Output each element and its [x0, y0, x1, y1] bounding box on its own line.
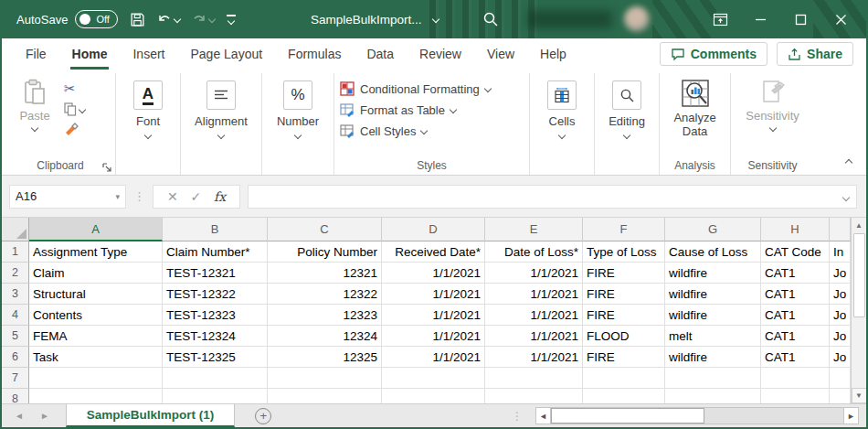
alignment-collapsed-button[interactable]: Alignment [186, 75, 256, 138]
analyze-data-button[interactable]: Analyze Data [666, 75, 725, 158]
cell[interactable]: 1/1/2021 [382, 305, 485, 326]
column-header-G[interactable]: G [665, 218, 761, 241]
cell[interactable]: FLOOD [583, 326, 665, 347]
cell[interactable]: FIRE [583, 263, 665, 284]
number-collapsed-button[interactable]: % Number [268, 75, 328, 138]
column-header-F[interactable]: F [583, 218, 665, 241]
cell[interactable]: 12325 [268, 347, 382, 368]
user-avatar[interactable] [624, 6, 650, 32]
expand-formula-bar-icon[interactable] [843, 189, 849, 203]
vertical-scroll-thumb[interactable] [853, 233, 865, 317]
cell[interactable] [761, 389, 830, 403]
row-header-5[interactable]: 5 [2, 326, 29, 347]
cell[interactable] [29, 368, 163, 389]
sheet-nav-left-icon[interactable]: ◄ [15, 411, 24, 421]
cell[interactable]: Jo [830, 305, 851, 326]
column-header-H[interactable]: H [761, 218, 830, 241]
cell[interactable]: Jo [830, 347, 851, 368]
document-title[interactable]: SampleBulkImport... [311, 0, 439, 38]
cell[interactable]: CAT1 [761, 305, 830, 326]
maximize-button[interactable] [780, 0, 820, 38]
cell[interactable] [830, 368, 851, 389]
select-all-corner[interactable] [2, 218, 29, 241]
scroll-down-icon[interactable]: ▼ [852, 388, 867, 403]
cell[interactable]: Jo [830, 326, 851, 347]
cell[interactable]: wildfire [665, 263, 761, 284]
cell[interactable]: Contents [29, 305, 163, 326]
cell[interactable]: 12324 [268, 326, 382, 347]
cell[interactable]: wildfire [665, 284, 761, 305]
cell[interactable]: 1/1/2021 [485, 305, 583, 326]
cell[interactable]: 12323 [268, 305, 382, 326]
cell[interactable] [268, 368, 382, 389]
column-header-B[interactable]: B [163, 218, 268, 241]
row-header-6[interactable]: 6 [2, 347, 29, 368]
minimize-button[interactable] [740, 0, 780, 38]
copy-button[interactable] [64, 102, 85, 116]
search-icon[interactable] [482, 11, 499, 27]
cell[interactable]: 1/1/2021 [485, 284, 583, 305]
row-header-3[interactable]: 3 [2, 284, 29, 305]
tab-review[interactable]: Review [407, 38, 474, 70]
quick-access-toolbar-more-icon[interactable] [227, 15, 236, 23]
horizontal-scrollbar[interactable] [551, 407, 843, 424]
cell[interactable]: wildfire [665, 305, 761, 326]
tab-home[interactable]: Home [59, 38, 121, 70]
name-box[interactable]: A16 ▾ [9, 185, 126, 209]
row-header-1[interactable]: 1 [2, 241, 29, 263]
name-box-dropdown-icon[interactable]: ▾ [115, 192, 120, 201]
cell[interactable] [583, 368, 665, 389]
ribbon-display-options-icon[interactable] [700, 0, 740, 38]
cell[interactable]: FIRE [583, 347, 665, 368]
cell[interactable]: CAT1 [761, 326, 830, 347]
cell[interactable]: FIRE [583, 284, 665, 305]
insert-function-icon[interactable]: fx [214, 189, 226, 204]
cell[interactable]: Claim [29, 263, 163, 284]
cell[interactable]: Type of Loss [583, 241, 665, 263]
cell[interactable]: Structural [29, 284, 163, 305]
cell[interactable]: Date of Loss* [485, 241, 583, 263]
cell[interactable]: TEST-12325 [163, 347, 268, 368]
hscroll-left-icon[interactable]: ◄ [535, 407, 551, 424]
cell[interactable]: 1/1/2021 [382, 284, 485, 305]
cell[interactable]: CAT1 [761, 263, 830, 284]
cell[interactable] [761, 368, 830, 389]
save-icon[interactable] [130, 12, 145, 27]
column-header-D[interactable]: D [382, 218, 485, 241]
enter-icon[interactable]: ✓ [190, 189, 201, 204]
cell[interactable] [485, 389, 583, 403]
paste-button[interactable]: Paste [11, 75, 58, 158]
comments-button[interactable]: Comments [660, 42, 767, 66]
cell[interactable]: CAT Code [761, 241, 830, 263]
cell[interactable]: Claim Number* [163, 241, 268, 263]
tab-insert[interactable]: Insert [120, 38, 177, 70]
cell[interactable] [583, 389, 665, 403]
redo-button[interactable] [192, 13, 215, 26]
cell[interactable]: 1/1/2021 [485, 347, 583, 368]
column-header-C[interactable]: C [268, 218, 382, 241]
cell[interactable]: 1/1/2021 [485, 263, 583, 284]
tab-help[interactable]: Help [527, 38, 579, 70]
cell[interactable] [382, 368, 485, 389]
tab-splitter-dots-icon[interactable]: ⋮ [512, 410, 523, 423]
cell[interactable]: TEST-12322 [163, 284, 268, 305]
cancel-icon[interactable]: ✕ [167, 189, 178, 204]
column-header-partial[interactable] [830, 218, 851, 241]
cell[interactable]: Assignment Type [29, 241, 163, 263]
row-header-7[interactable]: 7 [2, 368, 29, 389]
close-button[interactable] [820, 0, 861, 38]
tab-data[interactable]: Data [354, 38, 407, 70]
cell[interactable] [665, 389, 761, 403]
sheet-tab-active[interactable]: SampleBulkImport (1) [66, 404, 236, 427]
sensitivity-button[interactable]: Sensitivity [737, 75, 809, 158]
cell[interactable]: 1/1/2021 [382, 263, 485, 284]
cell[interactable] [163, 368, 268, 389]
row-header-8[interactable]: 8 [2, 389, 29, 403]
undo-button[interactable] [157, 13, 180, 26]
formula-input[interactable] [248, 185, 857, 209]
cell[interactable]: wildfire [665, 347, 761, 368]
tab-view[interactable]: View [474, 38, 527, 70]
vertical-scrollbar[interactable]: ▲ ▼ [851, 218, 866, 403]
format-as-table-button[interactable]: Format as Table [340, 102, 524, 117]
collapse-ribbon-icon[interactable] [846, 153, 852, 169]
